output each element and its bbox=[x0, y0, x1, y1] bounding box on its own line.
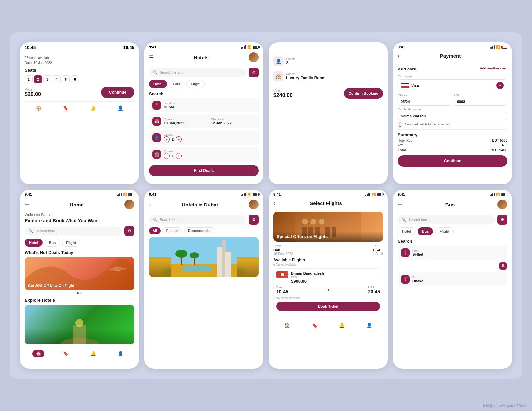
nav-bell-2[interactable]: 🔔 bbox=[87, 350, 99, 361]
search-input-6[interactable]: 🔍 Search here... bbox=[149, 215, 246, 224]
back-btn-7[interactable]: ‹ bbox=[398, 52, 400, 59]
guests-plus[interactable]: + bbox=[176, 136, 182, 142]
signal-2 bbox=[117, 193, 122, 196]
search-input-8[interactable]: 🔍 Search here... bbox=[398, 215, 495, 224]
confirm-booking-btn[interactable]: Confirm Booking bbox=[344, 88, 383, 99]
chevron-down-icon[interactable]: ▾ bbox=[496, 82, 504, 89]
dashed-line-2 bbox=[331, 290, 365, 290]
nav-bell-5[interactable]: 🔔 bbox=[336, 322, 348, 329]
seat-4[interactable]: 4 bbox=[53, 75, 61, 83]
battery-2 bbox=[128, 193, 134, 196]
card-select[interactable]: Visa ▾ bbox=[398, 79, 507, 91]
add-another-card-btn[interactable]: Add another card bbox=[480, 67, 507, 70]
tab-bus-8[interactable]: Bus bbox=[418, 227, 433, 235]
nav-person[interactable]: 👤 bbox=[115, 104, 127, 112]
phone3-header: ☰ Hotels bbox=[144, 50, 263, 65]
visa-flag bbox=[401, 83, 409, 88]
rooms-field: 🏨 Rooms − 1 + bbox=[149, 147, 259, 162]
hamburger-icon-2[interactable]: ☰ bbox=[25, 202, 29, 208]
find-deals-btn[interactable]: Find Deals bbox=[149, 165, 259, 176]
nav-bookmark-5[interactable]: 🔖 bbox=[309, 322, 321, 329]
from-field-8: 📍 From Sylhet bbox=[398, 246, 507, 260]
tab-bus-3[interactable]: Bus bbox=[169, 80, 185, 88]
back-btn-5[interactable]: ‹ bbox=[273, 200, 275, 206]
filter-all[interactable]: All bbox=[149, 227, 161, 234]
search-placeholder-6: Search here... bbox=[160, 218, 183, 222]
search-bar-8: 🔍 Search here... ⚙ bbox=[398, 215, 507, 225]
tab-flight-2[interactable]: Flight bbox=[62, 239, 80, 247]
tab-flight-3[interactable]: Flight bbox=[186, 80, 205, 88]
nav-bookmark-2[interactable]: 🔖 bbox=[60, 350, 72, 361]
book-ticket-btn[interactable]: Book Ticket bbox=[276, 302, 380, 311]
filter-btn-6[interactable]: ⚙ bbox=[249, 215, 259, 225]
from-val: Ban bbox=[273, 248, 293, 252]
filter-popular[interactable]: Popular bbox=[163, 227, 182, 234]
avatar-2 bbox=[124, 200, 134, 209]
arrive-time: 20:45 bbox=[368, 289, 380, 294]
search-input-3[interactable]: 🔍 Search here... bbox=[149, 68, 246, 77]
continue-button[interactable]: Continue bbox=[101, 87, 134, 98]
home-icon: 🏠 bbox=[32, 104, 44, 112]
time-5: 9:41 bbox=[273, 192, 281, 196]
explore-title: Explore and Book What You Want bbox=[25, 218, 134, 223]
cvc-value[interactable]: 6868 bbox=[454, 98, 507, 106]
home-icon-5: 🏠 bbox=[281, 322, 293, 329]
nav-bookmark[interactable]: 🔖 bbox=[60, 104, 72, 112]
from-icon-8: 📍 bbox=[401, 248, 410, 257]
guests-icon: 👤 bbox=[152, 133, 161, 142]
phone-booking-confirm: 9:41 👤 Guests 2 🏨 Rooms Luxury Family Ro… bbox=[269, 42, 388, 184]
tab-bus-2[interactable]: Bus bbox=[45, 239, 60, 247]
search-placeholder-8: Search here... bbox=[408, 218, 431, 222]
cardholder-value[interactable]: Naima Watson bbox=[398, 112, 507, 120]
seat-5[interactable]: 5 bbox=[62, 75, 70, 83]
back-btn-6[interactable]: ‹ bbox=[149, 201, 151, 208]
filter-btn-3[interactable]: ⚙ bbox=[249, 68, 259, 77]
svg-point-15 bbox=[302, 219, 308, 224]
nav-person-2[interactable]: 👤 bbox=[115, 350, 127, 361]
swap-btn-8[interactable]: ⇅ bbox=[499, 262, 507, 270]
cost-label: Cost bbox=[273, 89, 293, 92]
price-row: Price $20.00 Continue bbox=[25, 87, 134, 98]
seat-1[interactable]: 1 bbox=[25, 75, 33, 83]
nav-bell[interactable]: 🔔 bbox=[87, 104, 99, 112]
status-bar-5: 9:41 📶 bbox=[269, 190, 388, 198]
biman-circle bbox=[280, 272, 285, 277]
tab-flight-8[interactable]: Flight bbox=[435, 227, 454, 235]
nav-home-2[interactable]: 🏠 Home bbox=[32, 350, 44, 361]
search-input-2[interactable]: 🔍 Search here... bbox=[25, 227, 122, 236]
seat-6[interactable]: 6 bbox=[71, 75, 79, 83]
to-label-8: To bbox=[412, 276, 423, 279]
seat-2-selected[interactable]: 2 bbox=[34, 75, 42, 83]
tab-hotel-2[interactable]: Hotel bbox=[25, 239, 43, 247]
time-right: 16:45 bbox=[123, 45, 134, 50]
flight-arrow: ✈ bbox=[291, 288, 365, 292]
passengers-val: 1 Adult bbox=[373, 252, 383, 256]
bell-icon: 🔔 bbox=[87, 104, 99, 112]
seat-3[interactable]: 3 bbox=[43, 75, 51, 83]
nav-person-5[interactable]: 👤 bbox=[363, 322, 375, 329]
status-icons-7: 📶 bbox=[490, 45, 507, 49]
svg-point-10 bbox=[175, 250, 187, 258]
seats-avail: 06 seats available bbox=[276, 296, 380, 300]
checkin-label: Check in bbox=[164, 118, 208, 121]
guests-minus[interactable]: − bbox=[164, 136, 170, 142]
dashed-line bbox=[291, 290, 326, 290]
nav-home[interactable]: 🏠 bbox=[32, 104, 44, 112]
payment-continue-btn[interactable]: Continue bbox=[398, 155, 507, 167]
mm-yy-value[interactable]: 05/24 bbox=[398, 98, 451, 106]
summary-label-2: Tax bbox=[398, 143, 403, 147]
filter-btn-8[interactable]: ⚙ bbox=[497, 215, 507, 225]
filter-btn-2[interactable]: ⚙ bbox=[124, 226, 134, 236]
battery-8 bbox=[501, 193, 507, 196]
tab-hotel-3[interactable]: Hotel bbox=[149, 80, 167, 88]
hamburger-icon-8[interactable]: ☰ bbox=[398, 202, 402, 208]
nav-home-5[interactable]: 🏠 bbox=[281, 322, 293, 329]
rooms-plus[interactable]: + bbox=[176, 153, 182, 159]
rooms-minus[interactable]: − bbox=[164, 153, 170, 159]
guests-booking-value: 2 bbox=[286, 61, 296, 65]
hamburger-icon-3[interactable]: ☰ bbox=[149, 54, 154, 61]
save-checkbox[interactable]: ✓ bbox=[398, 122, 402, 127]
tab-hotel-8[interactable]: Hotel bbox=[398, 227, 416, 235]
filter-recommended[interactable]: Recommended bbox=[184, 227, 215, 234]
calendar-icon: 📅 bbox=[152, 117, 161, 126]
